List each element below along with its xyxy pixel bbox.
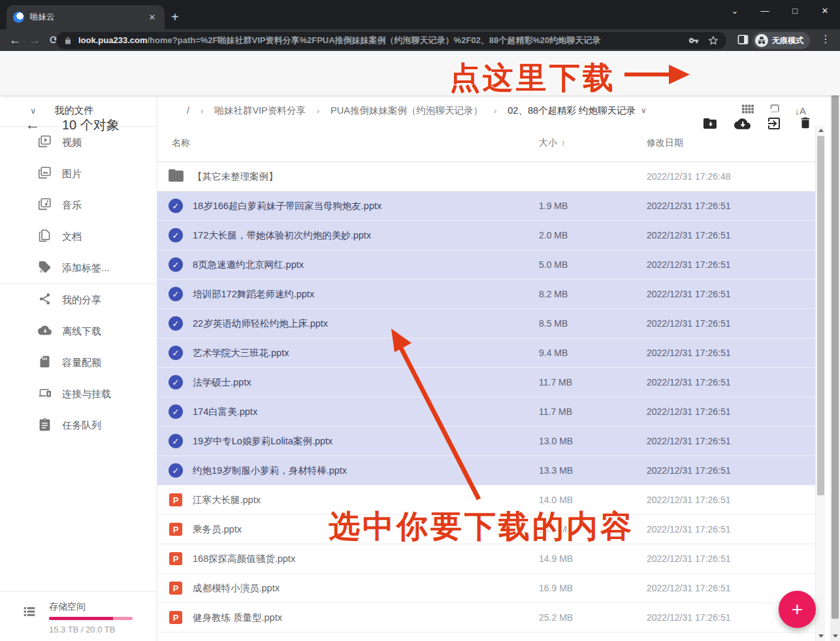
powerpoint-file-icon: P (169, 551, 184, 567)
sidebar-item-label: 添加标签... (62, 262, 110, 274)
table-row[interactable]: P成都模特小演员.pptx16.9 MB2022/12/31 17:26:51 (157, 574, 815, 603)
password-key-icon[interactable] (688, 35, 699, 46)
file-name[interactable]: 8页急速邀约北京网红.pptx (193, 259, 304, 271)
file-name[interactable]: 【其它未整理案例】 (193, 171, 278, 183)
tab-close-icon[interactable]: ✕ (146, 12, 158, 24)
selected-check-icon[interactable]: ✓ (169, 257, 184, 272)
tab-search-icon[interactable]: ⌄ (720, 6, 750, 16)
file-name[interactable]: 培训部172舞蹈老师速约.pptx (193, 288, 314, 301)
file-name[interactable]: 乘务员.pptx (193, 523, 242, 536)
selected-check-icon[interactable]: ✓ (169, 375, 184, 390)
move-exit-icon[interactable] (766, 116, 782, 131)
page-scrollbar[interactable] (830, 51, 840, 641)
breadcrumb-item[interactable]: 啪妹社群VIP资料分享 (214, 105, 305, 117)
column-header-date[interactable]: 修改日期 (647, 137, 683, 149)
task-queue-icon (38, 418, 62, 433)
sidebar-item-devices[interactable]: 连接与挂载 (0, 378, 157, 410)
sort-icon[interactable]: ↓A (794, 105, 806, 116)
file-name[interactable]: 艺术学院大三班花.pptx (193, 347, 289, 359)
sidebar-item-label: 离线下载 (62, 325, 101, 338)
selected-check-icon[interactable]: ✓ (169, 228, 184, 243)
table-row[interactable]: 【其它未整理案例】2022/12/31 17:26:48 (157, 162, 815, 191)
table-row[interactable]: ✓19岁中专Lo娘萝莉Lolita案例.pptx13.0 MB2022/12/3… (157, 427, 815, 456)
sidebar-item-sd-card[interactable]: 容量配额 (0, 347, 157, 378)
selected-check-icon[interactable]: ✓ (169, 346, 184, 361)
sidebar-item-cloud-download[interactable]: 离线下载 (0, 316, 157, 347)
tab-title: 啪妹云 (30, 12, 146, 23)
cloud-download-action-icon[interactable] (734, 116, 750, 131)
table-row[interactable]: ✓172大长腿，带她体验初次约炮的美妙.pptx2.0 MB2022/12/31… (157, 221, 815, 250)
scroll-up-icon[interactable] (816, 125, 826, 135)
breadcrumb-item[interactable]: PUA推倒妹妹案例（约泡聊天记录） (331, 105, 483, 117)
scroll-down-icon[interactable] (830, 631, 840, 641)
column-header-size[interactable]: 大小↑ (539, 137, 566, 149)
column-header-name[interactable]: 名称 (172, 137, 190, 149)
selected-check-icon[interactable]: ✓ (169, 316, 184, 331)
table-row[interactable]: ✓174白富美.pptx11.7 MB2022/12/31 17:26:51 (157, 397, 815, 427)
table-row[interactable]: ✓艺术学院大三班花.pptx9.4 MB2022/12/31 17:26:51 (157, 338, 815, 368)
file-size: 9.4 MB (539, 348, 568, 358)
file-name[interactable]: 健身教练 质量型.pptx (193, 612, 282, 624)
address-bar[interactable]: look.pua233.com/home?path=%2F啪妹社群VIP资料分享… (56, 32, 726, 49)
new-tab-button[interactable]: + (171, 9, 179, 25)
file-name[interactable]: 19岁中专Lo娘萝莉Lolita案例.pptx (193, 435, 332, 448)
file-size: 8.2 MB (539, 289, 568, 299)
back-icon[interactable]: ← (5, 34, 25, 47)
file-date: 2022/12/31 17:26:51 (647, 230, 730, 240)
file-name[interactable]: 成都模特小演员.pptx (193, 582, 280, 595)
table-row[interactable]: ✓约炮19岁制服小萝莉，身材特棒.pptx13.3 MB2022/12/31 1… (157, 456, 815, 485)
lock-icon[interactable] (64, 37, 72, 45)
table-row[interactable]: ✓培训部172舞蹈老师速约.pptx8.2 MB2022/12/31 17:26… (157, 280, 815, 309)
file-date: 2022/12/31 17:26:51 (647, 259, 730, 270)
table-row[interactable]: P健身教练 质量型.pptx25.2 MB2022/12/31 17:26:51 (157, 603, 815, 633)
file-name[interactable]: 22岁英语幼师轻松约炮上床.pptx (193, 318, 328, 330)
window-close-button[interactable]: ✕ (810, 6, 840, 16)
selected-check-icon[interactable]: ✓ (169, 287, 184, 302)
file-name[interactable]: 18岁166超白萝莉妹子带回家当母狗炮友.pptx (193, 200, 381, 212)
delete-icon[interactable] (798, 116, 814, 131)
file-name[interactable]: 172大长腿，带她体验初次约炮的美妙.pptx (193, 229, 371, 242)
file-name[interactable]: 约炮19岁制服小萝莉，身材特棒.pptx (193, 465, 347, 477)
file-name[interactable]: 168探探高颜值骚货.pptx (193, 553, 295, 565)
selected-check-icon[interactable]: ✓ (169, 463, 184, 478)
breadcrumb-item[interactable]: 02、88个超精彩 约炮聊天记录 (508, 105, 636, 117)
chevron-down-icon: ∨ (30, 106, 37, 116)
forward-icon[interactable]: → (25, 34, 44, 47)
table-row[interactable]: ✓18岁166超白萝莉妹子带回家当母狗炮友.pptx1.9 MB2022/12/… (157, 191, 815, 221)
sidebar-item-task-queue[interactable]: 任务队列 (0, 410, 157, 441)
breadcrumb-item[interactable]: / (187, 105, 189, 116)
bookmark-star-icon[interactable] (708, 35, 719, 46)
sidebar-item-image[interactable]: 图片 (0, 158, 157, 189)
file-name[interactable]: 江寒大长腿.pptx (193, 494, 261, 506)
page-scrollbar-thumb[interactable] (832, 62, 839, 619)
file-name[interactable]: 法学硕士.pptx (193, 376, 251, 389)
table-row[interactable]: ✓22岁英语幼师轻松约炮上床.pptx8.5 MB2022/12/31 17:2… (157, 309, 815, 338)
table-row[interactable]: P168探探高颜值骚货.pptx14.9 MB2022/12/31 17:26:… (157, 544, 815, 574)
add-fab-button[interactable]: + (779, 591, 816, 628)
download-archive-icon[interactable] (702, 116, 718, 131)
file-size: 14.9 MB (539, 553, 573, 564)
file-name[interactable]: 174白富美.pptx (193, 406, 257, 418)
list-scrollbar[interactable] (815, 125, 825, 641)
browser-menu-icon[interactable]: ⋮ (820, 33, 831, 45)
selection-back-icon[interactable]: ← (25, 116, 40, 133)
sidebar-item-music[interactable]: 音乐 (0, 189, 157, 221)
sidebar-item-tag-add[interactable]: 添加标签... (0, 252, 157, 284)
table-row[interactable]: ✓法学硕士.pptx11.7 MB2022/12/31 17:26:51 (157, 368, 815, 397)
sidebar-item-share[interactable]: 我的分享 (0, 284, 157, 316)
window-minimize-button[interactable]: — (750, 6, 780, 16)
folder-menu-caret-icon[interactable]: ∨ (641, 106, 647, 115)
selected-check-icon[interactable]: ✓ (169, 434, 184, 449)
selected-check-icon[interactable]: ✓ (169, 404, 184, 419)
browser-tab[interactable]: 啪妹云 ✕ (7, 5, 165, 29)
side-panel-icon[interactable] (737, 33, 749, 48)
window-maximize-button[interactable]: □ (780, 6, 810, 16)
file-date: 2022/12/31 17:26:51 (647, 495, 730, 505)
selected-check-icon[interactable]: ✓ (169, 199, 184, 214)
table-row[interactable]: ✓8页急速邀约北京网红.pptx5.0 MB2022/12/31 17:26:5… (157, 250, 815, 280)
list-scrollbar-thumb[interactable] (817, 136, 824, 495)
sidebar-item-label: 音乐 (62, 199, 82, 212)
scroll-down-icon[interactable] (816, 631, 826, 641)
file-date: 2022/12/31 17:26:51 (647, 436, 730, 446)
sidebar-item-document[interactable]: 文档 (0, 221, 157, 252)
